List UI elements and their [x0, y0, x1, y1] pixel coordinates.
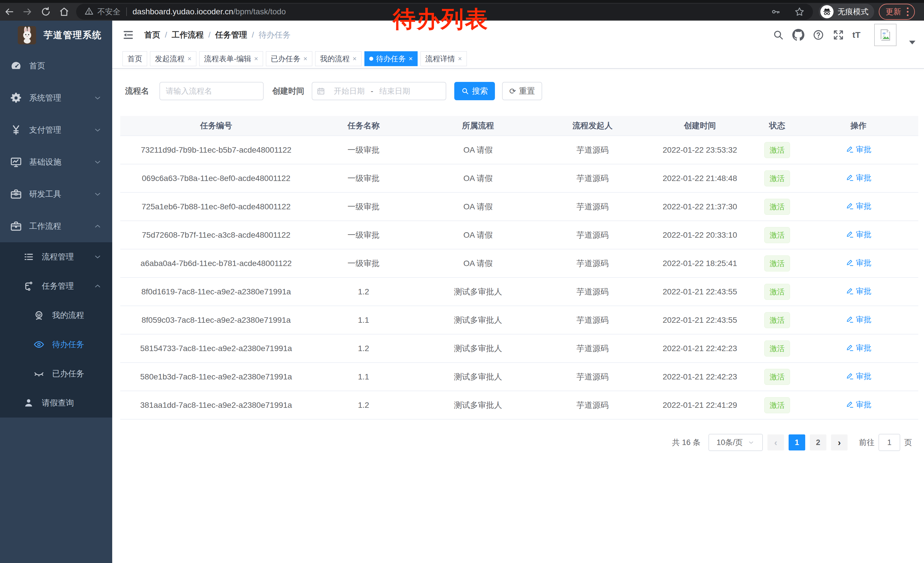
breadcrumb-item-首页[interactable]: 首页	[144, 30, 160, 41]
breadcrumb-item-工作流程[interactable]: 工作流程	[172, 30, 204, 41]
sidebar-item-任务管理[interactable]: 任务管理	[0, 272, 112, 301]
breadcrumb-separator: /	[165, 30, 167, 39]
approve-link-label: 审批	[856, 286, 872, 296]
approve-link[interactable]: 审批	[846, 144, 872, 155]
briefcase-icon	[9, 220, 23, 233]
close-tab-icon[interactable]: ×	[352, 55, 357, 62]
search-button[interactable]: 搜索	[454, 82, 495, 100]
process-name-input[interactable]	[159, 82, 264, 100]
url-divider	[126, 8, 127, 16]
close-tab-icon[interactable]: ×	[458, 55, 462, 62]
sidebar-item-请假查询[interactable]: 请假查询	[0, 388, 112, 417]
approve-link-label: 审批	[856, 201, 872, 211]
browser-forward-icon[interactable]	[18, 6, 37, 17]
sidebar-item-研发工具[interactable]: 研发工具	[0, 178, 112, 210]
url-path[interactable]: /bpm/task/todo	[233, 7, 286, 17]
approve-link[interactable]: 审批	[846, 173, 872, 183]
approve-link[interactable]: 审批	[846, 314, 872, 325]
edit-pencil-icon	[846, 344, 856, 352]
url-domain[interactable]: dashboard.yudao.iocoder.cn	[132, 7, 233, 17]
prev-page-button[interactable]: ‹	[767, 434, 784, 450]
sidebar-item-我的流程[interactable]: 我的流程	[0, 301, 112, 330]
sidebar-item-待办任务[interactable]: 待办任务	[0, 330, 112, 359]
sidebar-item-首页[interactable]: 首页	[0, 50, 112, 82]
breadcrumb-item-任务管理[interactable]: 任务管理	[215, 30, 248, 41]
cell-name: 1.1	[312, 306, 415, 334]
page-content: 流程名 创建时间 - 搜索	[112, 69, 924, 563]
password-key-icon[interactable]	[771, 7, 781, 17]
next-page-button[interactable]: ›	[831, 434, 848, 450]
update-label[interactable]: 更新	[886, 7, 901, 17]
sidebar-item-label: 首页	[29, 60, 112, 71]
security-label[interactable]: 不安全	[98, 7, 120, 17]
close-tab-icon[interactable]: ×	[409, 55, 413, 62]
help-icon[interactable]	[812, 29, 824, 41]
approve-link[interactable]: 审批	[846, 343, 872, 353]
not-secure-warning-icon	[84, 6, 94, 17]
cell-id: 58154733-7ac8-11ec-a9e2-a2380e71991a	[120, 334, 312, 363]
approve-link[interactable]: 审批	[846, 230, 872, 240]
close-tab-icon[interactable]: ×	[254, 55, 258, 62]
cell-id: 725a1eb6-7b88-11ec-8ef0-acde48001122	[120, 192, 312, 221]
edit-pencil-icon	[846, 372, 856, 381]
sidebar-item-已办任务[interactable]: 已办任务	[0, 359, 112, 388]
reset-button[interactable]: ⟳ 重置	[502, 82, 542, 100]
approve-link-label: 审批	[856, 230, 872, 240]
cell-created: 2022-01-21 22:42:23	[644, 363, 756, 391]
user-avatar[interactable]	[874, 24, 897, 46]
tab-首页[interactable]: 首页	[123, 51, 147, 66]
close-tab-icon[interactable]: ×	[303, 55, 308, 62]
start-date-input[interactable]	[328, 87, 371, 96]
chevron-down-icon	[93, 126, 102, 134]
bookmark-star-icon[interactable]	[794, 6, 805, 17]
approve-link[interactable]: 审批	[846, 286, 872, 296]
cell-starter: 芋道源码	[541, 306, 644, 334]
sidebar-item-系统管理[interactable]: 系统管理	[0, 82, 112, 114]
tab-我的流程[interactable]: 我的流程×	[315, 51, 362, 66]
table-row: 75d72608-7b7f-11ec-a3c8-acde48001122一级审批…	[120, 221, 918, 249]
tab-已办任务[interactable]: 已办任务×	[266, 51, 312, 66]
tab-流程详情[interactable]: 流程详情×	[420, 51, 467, 66]
sidebar-item-工作流程[interactable]: 工作流程	[0, 210, 112, 242]
github-icon[interactable]	[792, 29, 804, 41]
browser-update-button[interactable]: 更新	[879, 4, 915, 20]
table-header-row: 任务编号任务名称所属流程流程发起人创建时间状态操作	[120, 116, 918, 136]
app-logo-row[interactable]: 芋道管理系统	[0, 21, 112, 50]
browser-menu-kebab-icon[interactable]	[906, 6, 910, 17]
approve-link-label: 审批	[856, 343, 872, 353]
tab-发起流程[interactable]: 发起流程×	[150, 51, 196, 66]
todo-task-table: 任务编号任务名称所属流程流程发起人创建时间状态操作 73211d9d-7b9b-…	[120, 116, 918, 419]
page-size-select[interactable]: 10条/页	[708, 434, 763, 451]
sidebar-menu: 首页系统管理支付管理基础设施研发工具工作流程流程管理任务管理我的流程待办任务已办…	[0, 50, 112, 417]
sidebar-item-基础设施[interactable]: 基础设施	[0, 146, 112, 178]
browser-reload-icon[interactable]	[37, 6, 55, 17]
sidebar-item-流程管理[interactable]: 流程管理	[0, 242, 112, 272]
goto-suffix: 页	[904, 437, 912, 447]
goto-page-input[interactable]	[879, 434, 900, 451]
page-button-1[interactable]: 1	[789, 434, 805, 450]
search-icon[interactable]	[772, 29, 784, 41]
chevron-down-icon	[93, 190, 102, 198]
cell-id: 069c6a63-7b8a-11ec-8ef0-acde48001122	[120, 164, 312, 192]
font-size-icon[interactable]: tT	[852, 30, 861, 40]
approve-link[interactable]: 审批	[846, 201, 872, 211]
close-tab-icon[interactable]: ×	[188, 55, 192, 62]
status-badge: 激活	[764, 369, 790, 385]
tab-流程表单-编辑[interactable]: 流程表单-编辑×	[199, 51, 263, 66]
tab-待办任务[interactable]: 待办任务×	[364, 51, 418, 66]
end-date-input[interactable]	[373, 87, 416, 96]
browser-home-icon[interactable]	[55, 6, 73, 17]
chevron-up-icon	[93, 282, 102, 290]
avatar-dropdown-caret-icon[interactable]	[909, 41, 915, 44]
approve-link[interactable]: 审批	[846, 371, 872, 381]
approve-link[interactable]: 审批	[846, 258, 872, 268]
approve-link[interactable]: 审批	[846, 399, 872, 410]
page-button-2[interactable]: 2	[810, 434, 826, 450]
cell-name: 一级审批	[312, 164, 415, 192]
sidebar-item-支付管理[interactable]: 支付管理	[0, 114, 112, 146]
total-count: 共 16 条	[672, 437, 700, 447]
fullscreen-icon[interactable]	[832, 29, 844, 41]
sidebar-toggle-icon[interactable]	[123, 29, 134, 41]
date-range-picker[interactable]: -	[312, 82, 446, 100]
browser-back-icon[interactable]	[0, 6, 18, 17]
